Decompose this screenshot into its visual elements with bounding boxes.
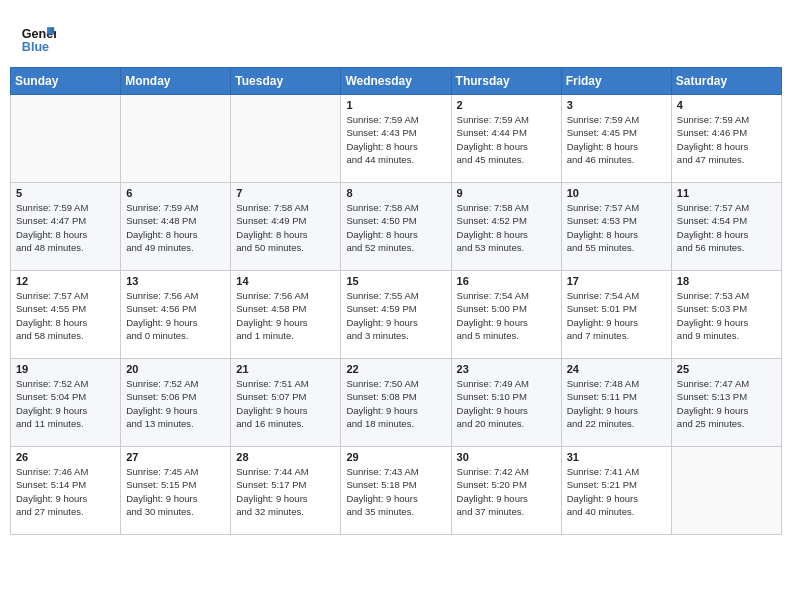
calendar-cell: 13Sunrise: 7:56 AM Sunset: 4:56 PM Dayli… (121, 271, 231, 359)
calendar-cell: 9Sunrise: 7:58 AM Sunset: 4:52 PM Daylig… (451, 183, 561, 271)
calendar-cell: 11Sunrise: 7:57 AM Sunset: 4:54 PM Dayli… (671, 183, 781, 271)
calendar-day-header: Friday (561, 68, 671, 95)
day-number: 8 (346, 187, 445, 199)
day-number: 6 (126, 187, 225, 199)
day-number: 2 (457, 99, 556, 111)
calendar-cell: 23Sunrise: 7:49 AM Sunset: 5:10 PM Dayli… (451, 359, 561, 447)
calendar-day-header: Monday (121, 68, 231, 95)
calendar-cell: 15Sunrise: 7:55 AM Sunset: 4:59 PM Dayli… (341, 271, 451, 359)
calendar-cell: 24Sunrise: 7:48 AM Sunset: 5:11 PM Dayli… (561, 359, 671, 447)
day-info: Sunrise: 7:54 AM Sunset: 5:01 PM Dayligh… (567, 289, 666, 342)
day-number: 18 (677, 275, 776, 287)
day-info: Sunrise: 7:42 AM Sunset: 5:20 PM Dayligh… (457, 465, 556, 518)
calendar-cell (121, 95, 231, 183)
day-info: Sunrise: 7:59 AM Sunset: 4:47 PM Dayligh… (16, 201, 115, 254)
calendar-cell: 8Sunrise: 7:58 AM Sunset: 4:50 PM Daylig… (341, 183, 451, 271)
day-number: 19 (16, 363, 115, 375)
calendar-cell: 3Sunrise: 7:59 AM Sunset: 4:45 PM Daylig… (561, 95, 671, 183)
day-number: 30 (457, 451, 556, 463)
calendar-cell: 25Sunrise: 7:47 AM Sunset: 5:13 PM Dayli… (671, 359, 781, 447)
day-number: 23 (457, 363, 556, 375)
logo: General Blue (20, 20, 60, 56)
day-number: 10 (567, 187, 666, 199)
day-number: 26 (16, 451, 115, 463)
day-number: 24 (567, 363, 666, 375)
day-info: Sunrise: 7:56 AM Sunset: 4:56 PM Dayligh… (126, 289, 225, 342)
day-info: Sunrise: 7:57 AM Sunset: 4:54 PM Dayligh… (677, 201, 776, 254)
calendar-cell: 28Sunrise: 7:44 AM Sunset: 5:17 PM Dayli… (231, 447, 341, 535)
day-number: 12 (16, 275, 115, 287)
svg-text:Blue: Blue (22, 40, 49, 54)
calendar-cell (11, 95, 121, 183)
day-number: 28 (236, 451, 335, 463)
day-info: Sunrise: 7:43 AM Sunset: 5:18 PM Dayligh… (346, 465, 445, 518)
calendar-cell: 6Sunrise: 7:59 AM Sunset: 4:48 PM Daylig… (121, 183, 231, 271)
calendar-week-row: 19Sunrise: 7:52 AM Sunset: 5:04 PM Dayli… (11, 359, 782, 447)
calendar-cell: 14Sunrise: 7:56 AM Sunset: 4:58 PM Dayli… (231, 271, 341, 359)
calendar-cell: 21Sunrise: 7:51 AM Sunset: 5:07 PM Dayli… (231, 359, 341, 447)
calendar-cell: 29Sunrise: 7:43 AM Sunset: 5:18 PM Dayli… (341, 447, 451, 535)
day-number: 14 (236, 275, 335, 287)
calendar-day-header: Wednesday (341, 68, 451, 95)
day-info: Sunrise: 7:54 AM Sunset: 5:00 PM Dayligh… (457, 289, 556, 342)
day-number: 11 (677, 187, 776, 199)
day-number: 16 (457, 275, 556, 287)
calendar-cell: 22Sunrise: 7:50 AM Sunset: 5:08 PM Dayli… (341, 359, 451, 447)
calendar-day-header: Thursday (451, 68, 561, 95)
day-info: Sunrise: 7:58 AM Sunset: 4:49 PM Dayligh… (236, 201, 335, 254)
day-number: 7 (236, 187, 335, 199)
logo-icon: General Blue (20, 20, 56, 56)
day-info: Sunrise: 7:59 AM Sunset: 4:45 PM Dayligh… (567, 113, 666, 166)
day-info: Sunrise: 7:44 AM Sunset: 5:17 PM Dayligh… (236, 465, 335, 518)
day-info: Sunrise: 7:50 AM Sunset: 5:08 PM Dayligh… (346, 377, 445, 430)
day-info: Sunrise: 7:45 AM Sunset: 5:15 PM Dayligh… (126, 465, 225, 518)
calendar-cell (231, 95, 341, 183)
calendar-table: SundayMondayTuesdayWednesdayThursdayFrid… (10, 67, 782, 535)
calendar-cell: 5Sunrise: 7:59 AM Sunset: 4:47 PM Daylig… (11, 183, 121, 271)
day-info: Sunrise: 7:56 AM Sunset: 4:58 PM Dayligh… (236, 289, 335, 342)
calendar-day-header: Saturday (671, 68, 781, 95)
day-number: 13 (126, 275, 225, 287)
calendar-cell: 30Sunrise: 7:42 AM Sunset: 5:20 PM Dayli… (451, 447, 561, 535)
calendar-week-row: 1Sunrise: 7:59 AM Sunset: 4:43 PM Daylig… (11, 95, 782, 183)
calendar-cell: 7Sunrise: 7:58 AM Sunset: 4:49 PM Daylig… (231, 183, 341, 271)
calendar-cell: 2Sunrise: 7:59 AM Sunset: 4:44 PM Daylig… (451, 95, 561, 183)
day-info: Sunrise: 7:58 AM Sunset: 4:50 PM Dayligh… (346, 201, 445, 254)
day-number: 1 (346, 99, 445, 111)
calendar-cell: 17Sunrise: 7:54 AM Sunset: 5:01 PM Dayli… (561, 271, 671, 359)
day-number: 5 (16, 187, 115, 199)
day-info: Sunrise: 7:57 AM Sunset: 4:53 PM Dayligh… (567, 201, 666, 254)
calendar-cell: 18Sunrise: 7:53 AM Sunset: 5:03 PM Dayli… (671, 271, 781, 359)
calendar-day-header: Tuesday (231, 68, 341, 95)
day-info: Sunrise: 7:41 AM Sunset: 5:21 PM Dayligh… (567, 465, 666, 518)
day-number: 21 (236, 363, 335, 375)
day-info: Sunrise: 7:48 AM Sunset: 5:11 PM Dayligh… (567, 377, 666, 430)
day-number: 22 (346, 363, 445, 375)
calendar-cell: 10Sunrise: 7:57 AM Sunset: 4:53 PM Dayli… (561, 183, 671, 271)
day-info: Sunrise: 7:51 AM Sunset: 5:07 PM Dayligh… (236, 377, 335, 430)
day-info: Sunrise: 7:52 AM Sunset: 5:04 PM Dayligh… (16, 377, 115, 430)
calendar-cell: 1Sunrise: 7:59 AM Sunset: 4:43 PM Daylig… (341, 95, 451, 183)
calendar-cell (671, 447, 781, 535)
day-info: Sunrise: 7:53 AM Sunset: 5:03 PM Dayligh… (677, 289, 776, 342)
day-info: Sunrise: 7:46 AM Sunset: 5:14 PM Dayligh… (16, 465, 115, 518)
day-number: 31 (567, 451, 666, 463)
day-info: Sunrise: 7:52 AM Sunset: 5:06 PM Dayligh… (126, 377, 225, 430)
day-number: 9 (457, 187, 556, 199)
calendar-cell: 4Sunrise: 7:59 AM Sunset: 4:46 PM Daylig… (671, 95, 781, 183)
day-number: 15 (346, 275, 445, 287)
day-number: 17 (567, 275, 666, 287)
day-number: 29 (346, 451, 445, 463)
day-number: 3 (567, 99, 666, 111)
calendar-day-header: Sunday (11, 68, 121, 95)
day-info: Sunrise: 7:57 AM Sunset: 4:55 PM Dayligh… (16, 289, 115, 342)
calendar-cell: 31Sunrise: 7:41 AM Sunset: 5:21 PM Dayli… (561, 447, 671, 535)
day-info: Sunrise: 7:59 AM Sunset: 4:43 PM Dayligh… (346, 113, 445, 166)
day-info: Sunrise: 7:47 AM Sunset: 5:13 PM Dayligh… (677, 377, 776, 430)
day-number: 27 (126, 451, 225, 463)
day-number: 20 (126, 363, 225, 375)
calendar-week-row: 5Sunrise: 7:59 AM Sunset: 4:47 PM Daylig… (11, 183, 782, 271)
day-info: Sunrise: 7:58 AM Sunset: 4:52 PM Dayligh… (457, 201, 556, 254)
calendar-cell: 20Sunrise: 7:52 AM Sunset: 5:06 PM Dayli… (121, 359, 231, 447)
calendar-cell: 12Sunrise: 7:57 AM Sunset: 4:55 PM Dayli… (11, 271, 121, 359)
